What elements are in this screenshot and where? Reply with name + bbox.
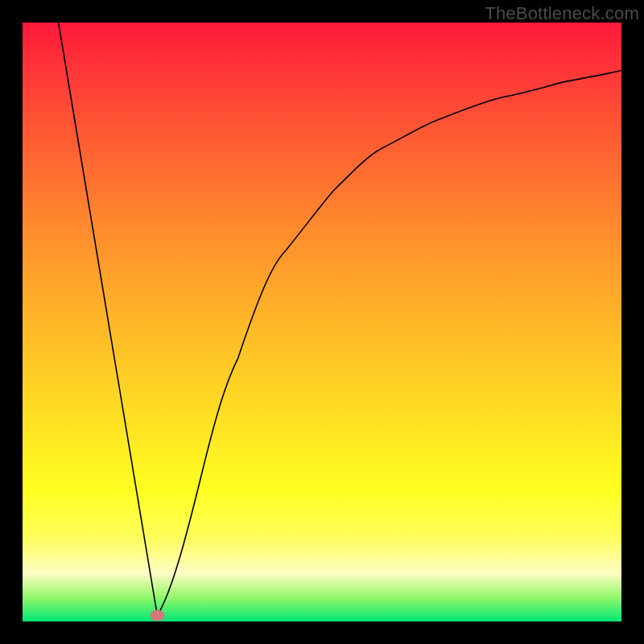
chart-frame: TheBottleneck.com: [0, 0, 644, 644]
curve-layer: [23, 23, 621, 621]
curve-right-segment: [157, 71, 621, 616]
minimum-marker: [150, 610, 164, 621]
watermark-text: TheBottleneck.com: [485, 3, 639, 24]
curve-left-segment: [59, 23, 158, 616]
plot-area: [23, 23, 621, 621]
